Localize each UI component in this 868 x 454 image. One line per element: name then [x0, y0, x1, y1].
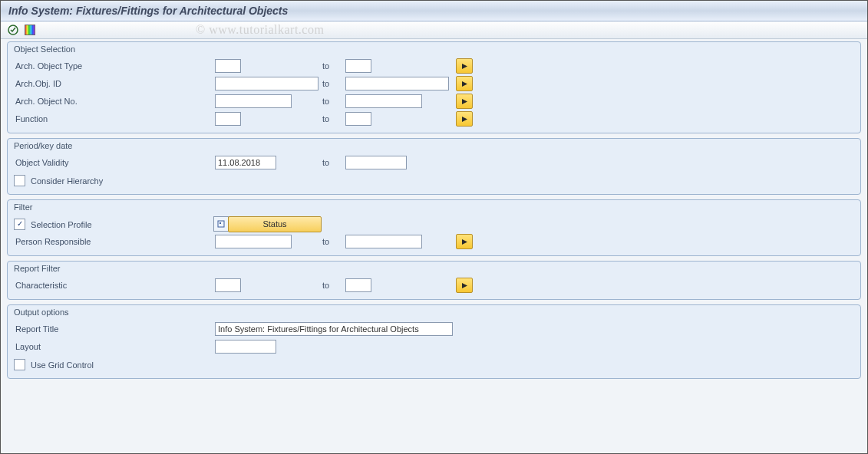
- multiple-selection-icon[interactable]: [456, 94, 473, 109]
- group-object-selection: Object Selection Arch. Object Type to Ar…: [7, 41, 861, 133]
- content-area: Object Selection Arch. Object Type to Ar…: [1, 39, 867, 390]
- svg-marker-7: [462, 239, 467, 245]
- report-title-input[interactable]: [215, 322, 453, 336]
- group-period-key-date: Period/key date Object Validity to Consi…: [7, 138, 861, 195]
- group-output-options: Output options Report Title Layout Use G…: [7, 304, 861, 379]
- variant-icon[interactable]: [24, 24, 36, 36]
- person-responsible-to[interactable]: [345, 235, 422, 248]
- label-consider-hierarchy: Consider Hierarchy: [31, 176, 103, 185]
- row-person-responsible: Person Responsible to: [12, 233, 856, 250]
- window-frame: Info System: Fixtures/Fittings for Archi…: [0, 0, 868, 454]
- arch-object-no-from[interactable]: [215, 94, 292, 108]
- function-to[interactable]: [345, 112, 371, 126]
- arch-object-no-to[interactable]: [345, 94, 422, 108]
- group-legend: Object Selection: [12, 42, 856, 58]
- group-filter: Filter Selection Profile Status Person R…: [7, 199, 861, 256]
- object-validity-to[interactable]: [345, 156, 407, 169]
- row-report-title: Report Title: [12, 321, 856, 337]
- group-legend: Report Filter: [12, 262, 856, 277]
- arch-obj-id-from[interactable]: [215, 77, 318, 90]
- use-grid-control-checkbox[interactable]: [14, 359, 25, 370]
- row-function: Function to: [12, 110, 856, 127]
- label-report-title: Report Title: [12, 324, 215, 334]
- to-label: to: [322, 281, 345, 290]
- row-use-grid-control: Use Grid Control: [12, 356, 856, 373]
- label-arch-object-type: Arch. Object Type: [12, 61, 215, 71]
- execute-icon[interactable]: [7, 24, 19, 36]
- label-function: Function: [12, 114, 215, 123]
- svg-marker-8: [462, 283, 467, 288]
- label-arch-obj-id: Arch.Obj. ID: [12, 79, 215, 88]
- arch-obj-id-to[interactable]: [345, 77, 449, 90]
- svg-marker-2: [462, 81, 467, 87]
- group-legend: Period/key date: [12, 139, 856, 154]
- to-label: to: [322, 61, 345, 71]
- svg-rect-6: [219, 222, 221, 224]
- to-label: to: [322, 79, 345, 88]
- row-characteristic: Characteristic to: [12, 277, 856, 294]
- page-title: Info System: Fixtures/Fittings for Archi…: [8, 5, 288, 17]
- title-bar: Info System: Fixtures/Fittings for Archi…: [1, 1, 867, 21]
- to-label: to: [322, 114, 345, 123]
- multiple-selection-icon[interactable]: [456, 234, 473, 249]
- to-label: to: [322, 97, 345, 106]
- multiple-selection-icon[interactable]: [456, 76, 473, 91]
- person-responsible-from[interactable]: [215, 235, 292, 248]
- to-label: to: [322, 237, 345, 246]
- row-consider-hierarchy: Consider Hierarchy: [12, 172, 856, 189]
- status-button[interactable]: Status: [228, 216, 322, 232]
- group-report-filter: Report Filter Characteristic to: [7, 261, 861, 300]
- consider-hierarchy-checkbox[interactable]: [14, 175, 25, 186]
- to-label: to: [322, 158, 345, 167]
- arch-object-type-from[interactable]: [215, 59, 241, 73]
- selection-profile-checkbox[interactable]: [14, 219, 25, 230]
- label-use-grid-control: Use Grid Control: [31, 360, 94, 369]
- row-selection-profile: Selection Profile Status: [12, 215, 856, 232]
- svg-marker-3: [462, 99, 467, 104]
- multiple-selection-icon[interactable]: [456, 278, 473, 293]
- svg-marker-4: [462, 117, 467, 122]
- characteristic-to[interactable]: [345, 278, 371, 292]
- svg-marker-1: [462, 64, 467, 69]
- row-arch-object-no: Arch. Object No. to: [12, 93, 856, 110]
- value-help-icon[interactable]: [213, 216, 229, 232]
- multiple-selection-icon[interactable]: [456, 58, 473, 74]
- row-object-validity: Object Validity to: [12, 154, 856, 171]
- label-characteristic: Characteristic: [12, 281, 215, 290]
- label-layout: Layout: [12, 342, 215, 351]
- layout-input[interactable]: [215, 340, 276, 354]
- group-legend: Filter: [12, 200, 856, 215]
- row-arch-obj-id: Arch.Obj. ID to: [12, 75, 856, 92]
- multiple-selection-icon[interactable]: [456, 111, 473, 127]
- label-selection-profile: Selection Profile: [31, 219, 92, 229]
- label-person-responsible: Person Responsible: [12, 237, 215, 246]
- characteristic-from[interactable]: [215, 278, 241, 292]
- row-arch-object-type: Arch. Object Type to: [12, 58, 856, 74]
- label-object-validity: Object Validity: [12, 158, 215, 167]
- group-legend: Output options: [12, 305, 856, 321]
- function-from[interactable]: [215, 112, 241, 126]
- row-layout: Layout: [12, 338, 856, 355]
- arch-object-type-to[interactable]: [345, 59, 371, 73]
- label-arch-object-no: Arch. Object No.: [12, 97, 215, 106]
- application-toolbar: [1, 21, 867, 39]
- object-validity-from[interactable]: [215, 156, 276, 169]
